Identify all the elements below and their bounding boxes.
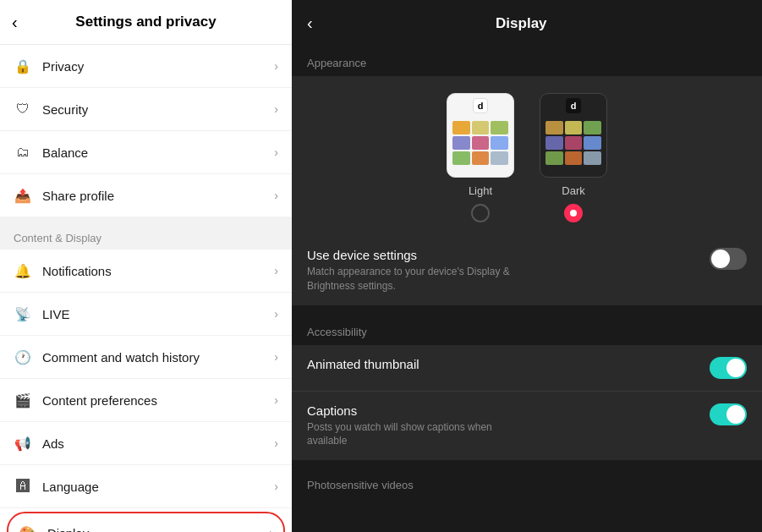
use-device-settings-knob	[711, 250, 730, 268]
balance-label: Balance	[42, 145, 88, 160]
left-title: Settings and privacy	[75, 14, 216, 30]
live-label: LIVE	[42, 307, 70, 321]
menu-item-balance[interactable]: 🗂 Balance ›	[0, 131, 292, 174]
use-device-settings-row[interactable]: Use device settings Match appearance to …	[292, 236, 762, 305]
theme-option-dark[interactable]: d Dark	[540, 93, 607, 222]
light-theme-preview: d	[447, 93, 514, 178]
comment-watch-icon: 🕐	[14, 348, 32, 366]
dark-theme-preview: d	[540, 93, 607, 178]
section2-card: 🔔 Notifications › 📡 LIVE › 🕐 Comment and…	[0, 250, 292, 532]
menu-item-share-profile[interactable]: 📤 Share profile ›	[0, 174, 292, 217]
menu-item-content-preferences[interactable]: 🎬 Content preferences ›	[0, 379, 292, 422]
theme-picker: d Light	[292, 76, 762, 236]
animated-thumbnail-knob	[726, 359, 745, 377]
language-icon: 🅰	[14, 477, 32, 496]
use-device-settings-desc: Match appearance to your device's Displa…	[307, 265, 510, 293]
animated-thumbnail-toggle[interactable]	[710, 357, 747, 379]
light-radio[interactable]	[471, 204, 490, 222]
comment-watch-label: Comment and watch history	[42, 350, 200, 365]
privacy-icon: 🔒	[14, 57, 32, 75]
animated-thumbnail-row[interactable]: Animated thumbnail	[292, 345, 762, 392]
menu-item-display[interactable]: 🎨 Display ›	[7, 512, 285, 532]
photosensitive-label: Photosensitive videos	[292, 470, 762, 498]
dark-radio[interactable]	[564, 204, 583, 222]
dark-radio-inner	[570, 210, 577, 217]
live-icon: 📡	[14, 304, 32, 323]
right-back-button[interactable]: ‹	[307, 14, 313, 33]
notifications-chevron: ›	[274, 264, 278, 277]
content-display-label: Content & Display	[0, 223, 292, 250]
menu-item-notifications[interactable]: 🔔 Notifications ›	[0, 250, 292, 293]
use-device-settings-toggle[interactable]	[710, 248, 747, 270]
menu-item-comment-watch-history[interactable]: 🕐 Comment and watch history ›	[0, 336, 292, 379]
display-chevron: ›	[269, 526, 273, 532]
use-device-settings-title: Use device settings	[307, 248, 510, 262]
captions-text: Captions Posts you watch will show capti…	[307, 403, 510, 449]
left-header: ‹ Settings and privacy	[0, 0, 292, 45]
content-pref-chevron: ›	[274, 393, 278, 407]
left-back-button[interactable]: ‹	[12, 13, 18, 32]
balance-chevron: ›	[274, 145, 278, 159]
share-profile-icon: 📤	[14, 186, 32, 205]
content-pref-icon: 🎬	[14, 391, 32, 409]
display-icon: 🎨	[19, 524, 37, 532]
menu-item-privacy[interactable]: 🔒 Privacy ›	[0, 45, 292, 88]
use-device-settings-text: Use device settings Match appearance to …	[307, 248, 510, 293]
accessibility-card: Animated thumbnail Captions Posts you wa…	[292, 345, 762, 461]
notifications-icon: 🔔	[14, 261, 32, 280]
appearance-card: d Light	[292, 76, 762, 305]
light-theme-name: Light	[469, 184, 492, 197]
left-panel: ‹ Settings and privacy 🔒 Privacy › 🛡 Sec…	[0, 0, 292, 532]
content-pref-label: Content preferences	[42, 393, 157, 408]
dark-theme-name: Dark	[562, 184, 584, 197]
captions-knob	[726, 405, 745, 424]
comment-watch-chevron: ›	[274, 350, 278, 364]
captions-row[interactable]: Captions Posts you watch will show capti…	[292, 392, 762, 461]
balance-icon: 🗂	[14, 143, 32, 162]
live-chevron: ›	[274, 307, 278, 321]
display-label: Display	[47, 526, 89, 533]
ads-icon: 📢	[14, 434, 32, 452]
right-title: Display	[326, 15, 716, 32]
captions-title: Captions	[307, 403, 510, 418]
security-label: Security	[42, 102, 88, 117]
captions-desc: Posts you watch will show captions when …	[307, 420, 510, 449]
menu-item-security[interactable]: 🛡 Security ›	[0, 88, 292, 131]
captions-toggle[interactable]	[710, 403, 747, 425]
tiktok-icon-light: d	[473, 98, 488, 113]
animated-thumbnail-title: Animated thumbnail	[307, 357, 419, 371]
language-label: Language	[42, 480, 99, 494]
appearance-label: Appearance	[292, 47, 762, 76]
notifications-label: Notifications	[42, 264, 112, 278]
share-profile-label: Share profile	[42, 189, 114, 203]
menu-item-live[interactable]: 📡 LIVE ›	[0, 293, 292, 336]
menu-item-ads[interactable]: 📢 Ads ›	[0, 422, 292, 465]
ads-chevron: ›	[274, 436, 278, 450]
security-chevron: ›	[274, 102, 278, 116]
privacy-label: Privacy	[42, 59, 84, 74]
privacy-chevron: ›	[274, 59, 278, 73]
language-chevron: ›	[274, 480, 278, 493]
right-panel: ‹ Display Appearance d	[292, 0, 762, 532]
share-profile-chevron: ›	[274, 189, 278, 202]
menu-item-language[interactable]: 🅰 Language ›	[0, 465, 292, 508]
tiktok-icon-dark: d	[566, 98, 581, 113]
animated-thumbnail-text: Animated thumbnail	[307, 357, 419, 374]
section1-card: 🔒 Privacy › 🛡 Security › 🗂 Balance › 📤 S…	[0, 45, 292, 217]
security-icon: 🛡	[14, 100, 32, 118]
dark-grid	[540, 118, 606, 168]
accessibility-label: Accessibility	[292, 315, 762, 345]
ads-label: Ads	[42, 436, 64, 451]
right-header: ‹ Display	[292, 0, 762, 47]
theme-option-light[interactable]: d Light	[447, 93, 514, 222]
light-grid	[447, 118, 513, 168]
